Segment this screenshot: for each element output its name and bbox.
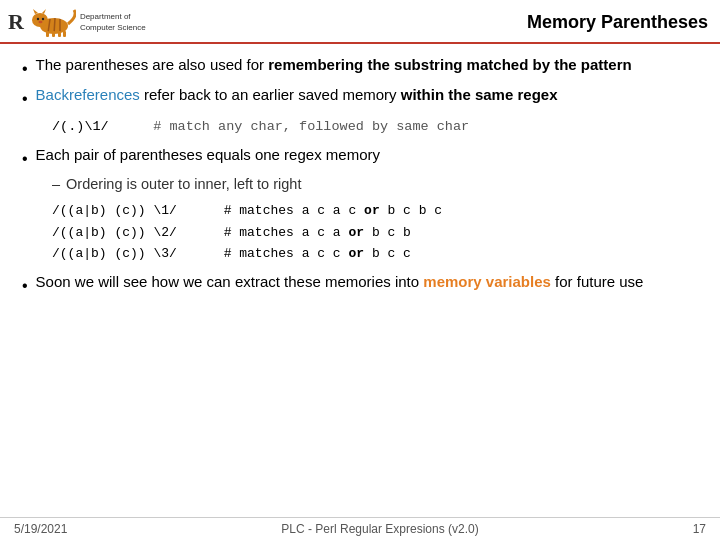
bullet-dot-4: • [22,274,28,297]
bullet-1-text: The parentheses are also used for rememb… [36,54,632,76]
code-row-1: /((a|b) (c)) \1/ # matches a c a c or b … [52,200,698,221]
dash-icon: – [52,174,60,194]
bullet-2-bold: within the same regex [401,86,558,103]
bullet-4: • Soon we will see how we can extract th… [22,271,698,297]
svg-point-8 [42,18,44,20]
bullet-4-text: Soon we will see how we can extract thes… [36,271,644,293]
svg-point-9 [38,21,42,23]
svg-marker-3 [42,9,46,14]
footer: 5/19/2021 PLC - Perl Regular Expresions … [0,517,720,540]
r-letter: R [8,11,24,33]
tiger-icon [28,6,76,38]
svg-rect-10 [46,31,49,37]
slide-title: Memory Parentheses [527,12,708,33]
bullet-dot-3: • [22,147,28,170]
logo-area: R [8,6,146,38]
code-regex-1: /(.)\1/ [52,116,109,138]
bullet-3-text: Each pair of parentheses equals one rege… [36,144,380,166]
svg-rect-13 [63,31,66,37]
svg-point-7 [37,18,39,20]
svg-rect-12 [58,31,61,37]
footer-center: PLC - Perl Regular Expresions (v2.0) [281,522,478,536]
svg-marker-2 [33,9,38,14]
backreferences-link[interactable]: Backreferences [36,86,140,103]
code-row-3: /((a|b) (c)) \3/ # matches a c c or b c … [52,243,698,264]
bullet-dot-2: • [22,87,28,110]
footer-page: 17 [693,522,706,536]
slide-content: • The parentheses are also used for reme… [0,44,720,307]
bullet-2: • Backreferences refer back to an earlie… [22,84,698,110]
slide: R [0,0,720,540]
indent-1-text: Ordering is outer to inner, left to righ… [66,174,301,194]
svg-point-1 [32,13,48,27]
dept-text: Department of Computer Science [80,11,146,33]
bullet-3: • Each pair of parentheses equals one re… [22,144,698,170]
svg-rect-11 [52,31,55,37]
bullet-1: • The parentheses are also used for reme… [22,54,698,80]
code-comment-1: # match any char, followed by same char [113,116,469,138]
code-row-2: /((a|b) (c)) \2/ # matches a c a or b c … [52,222,698,243]
indent-1: – Ordering is outer to inner, left to ri… [52,174,698,194]
memory-variables: memory variables [423,273,551,290]
code-block-1: /(.)\1/ # match any char, followed by sa… [52,116,698,138]
code-block-2: /((a|b) (c)) \1/ # matches a c a c or b … [52,200,698,264]
bullet-2-text: Backreferences refer back to an earlier … [36,84,558,106]
bullet-dot-1: • [22,57,28,80]
footer-date: 5/19/2021 [14,522,67,536]
bullet-1-bold: remembering the substring matched by the… [268,56,631,73]
code-line-1: /(.)\1/ # match any char, followed by sa… [52,116,698,138]
header: R [0,0,720,44]
